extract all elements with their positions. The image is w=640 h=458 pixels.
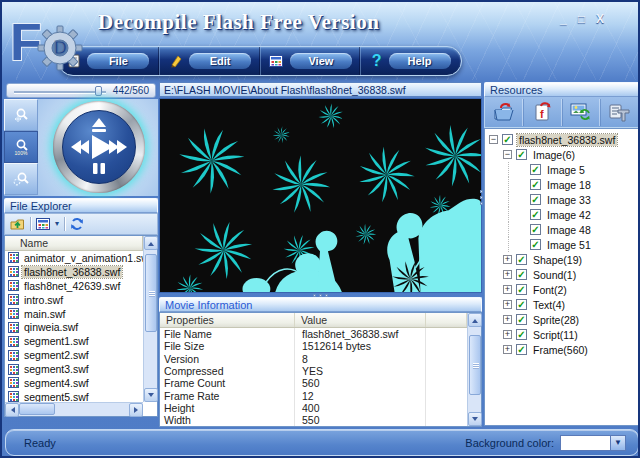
tree-label[interactable]: Image 51	[545, 239, 593, 251]
tree-item[interactable]: ✓Image 5	[485, 162, 639, 177]
zoom-actual-size-button[interactable]: 100%	[4, 131, 38, 163]
scroll-down-icon[interactable]	[144, 388, 158, 402]
file-row[interactable]: main.swf	[5, 307, 143, 321]
file-row[interactable]: segment4.swf	[5, 376, 143, 390]
zoom-drag-button[interactable]	[4, 99, 38, 131]
movie-info-vscrollbar[interactable]	[467, 313, 481, 426]
collapse-icon[interactable]: −	[489, 135, 498, 144]
file-row[interactable]: segment3.swf	[5, 362, 143, 376]
checkbox-checked-icon[interactable]: ✓	[530, 239, 541, 250]
checkbox-checked-icon[interactable]: ✓	[530, 224, 541, 235]
tree-item[interactable]: +✓Shape(19)	[485, 252, 639, 267]
file-list-vscrollbar[interactable]	[143, 236, 157, 402]
file-row[interactable]: segment1.swf	[5, 334, 143, 348]
tree-item[interactable]: +✓Frame(560)	[485, 342, 639, 357]
expand-icon[interactable]: +	[503, 330, 512, 339]
hscroll-thumb[interactable]	[19, 403, 55, 415]
tree-item[interactable]: +✓Text(4)	[485, 297, 639, 312]
tree-label[interactable]: Shape(19)	[531, 254, 584, 266]
menu-help[interactable]: ? Help	[360, 47, 461, 75]
tree-item[interactable]: +✓Font(2)	[485, 282, 639, 297]
combo-dropdown-icon[interactable]: ▼	[610, 436, 625, 450]
convert-image-button[interactable]	[562, 99, 601, 126]
background-color-combo[interactable]: ▼	[560, 435, 626, 451]
tree-item[interactable]: −✓flash8net_36838.swf	[485, 132, 639, 147]
minimize-button[interactable]: _	[560, 12, 567, 26]
tree-label[interactable]: Image 5	[545, 164, 587, 176]
tree-label[interactable]: Sound(1)	[531, 269, 578, 281]
column-properties[interactable]: Properties	[160, 313, 295, 327]
scroll-right-icon[interactable]	[129, 403, 143, 417]
tree-item[interactable]: ✓Image 33	[485, 192, 639, 207]
scroll-up-icon[interactable]	[144, 236, 158, 250]
file-list-column-header[interactable]: Name	[5, 236, 143, 251]
tree-label[interactable]: Image(6)	[531, 149, 577, 161]
tree-item[interactable]: −✓Image(6)	[485, 147, 639, 162]
file-row[interactable]: flash8net_42639.swf	[5, 279, 143, 293]
horizontal-splitter-handle[interactable]	[307, 293, 333, 297]
checkbox-checked-icon[interactable]: ✓	[530, 194, 541, 205]
refresh-icon[interactable]	[70, 217, 84, 231]
checkbox-checked-icon[interactable]: ✓	[516, 329, 527, 340]
vscroll-thumb[interactable]	[469, 335, 481, 395]
expand-icon[interactable]: +	[503, 345, 512, 354]
tree-item[interactable]: +✓Sprite(28)	[485, 312, 639, 327]
expand-icon[interactable]: +	[503, 270, 512, 279]
checkbox-checked-icon[interactable]: ✓	[530, 209, 541, 220]
view-mode-icon[interactable]	[36, 218, 50, 230]
file-row[interactable]: flash8net_36838.swf	[5, 265, 143, 279]
checkbox-checked-icon[interactable]: ✓	[516, 149, 527, 160]
tree-item[interactable]: ✓Image 48	[485, 222, 639, 237]
tree-item[interactable]: +✓Script(11)	[485, 327, 639, 342]
vertical-splitter-handle[interactable]	[479, 184, 483, 210]
movie-preview[interactable]	[159, 98, 482, 293]
export-resources-button[interactable]	[485, 99, 523, 126]
checkbox-checked-icon[interactable]: ✓	[516, 254, 527, 265]
slider-thumb[interactable]	[95, 86, 102, 96]
column-value[interactable]: Value	[295, 313, 426, 327]
file-row[interactable]: segment2.swf	[5, 348, 143, 362]
tree-label[interactable]: Frame(560)	[531, 344, 590, 356]
checkbox-checked-icon[interactable]: ✓	[516, 269, 527, 280]
tree-label[interactable]: Script(11)	[531, 329, 580, 341]
tree-item[interactable]: ✓Image 18	[485, 177, 639, 192]
scroll-down-icon[interactable]	[468, 412, 482, 426]
expand-icon[interactable]: +	[503, 315, 512, 324]
collapse-icon[interactable]: −	[503, 150, 512, 159]
extract-text-button[interactable]	[600, 99, 639, 126]
view-mode-caret-icon[interactable]: ▾	[55, 220, 59, 228]
checkbox-checked-icon[interactable]: ✓	[530, 179, 541, 190]
checkbox-checked-icon[interactable]: ✓	[516, 299, 527, 310]
tree-item[interactable]: ✓Image 51	[485, 237, 639, 252]
checkbox-checked-icon[interactable]: ✓	[530, 164, 541, 175]
tree-label[interactable]: Image 18	[545, 179, 593, 191]
export-flash-button[interactable]: f	[523, 99, 562, 126]
tree-label[interactable]: flash8net_36838.swf	[517, 134, 617, 146]
expand-icon[interactable]: +	[503, 255, 512, 264]
tree-item[interactable]: +✓Sound(1)	[485, 267, 639, 282]
tree-label[interactable]: Image 42	[545, 209, 593, 221]
tree-label[interactable]: Image 48	[545, 224, 593, 236]
checkbox-checked-icon[interactable]: ✓	[502, 134, 513, 145]
file-row[interactable]: qinweia.swf	[5, 320, 143, 334]
file-row[interactable]: segment5.swf	[5, 390, 143, 402]
zoom-fit-button[interactable]	[4, 163, 38, 195]
scroll-left-icon[interactable]	[5, 403, 19, 417]
menu-view[interactable]: View	[260, 47, 361, 75]
file-row[interactable]: animator_v_animation1.swf	[5, 251, 143, 265]
tree-label[interactable]: Image 33	[545, 194, 593, 206]
expand-icon[interactable]: +	[503, 285, 512, 294]
tree-item[interactable]: ✓Image 42	[485, 207, 639, 222]
scroll-up-icon[interactable]	[468, 313, 482, 327]
tree-label[interactable]: Font(2)	[531, 284, 569, 296]
menu-edit[interactable]: Edit	[159, 47, 260, 75]
checkbox-checked-icon[interactable]: ✓	[516, 344, 527, 355]
expand-icon[interactable]: +	[503, 300, 512, 309]
maximize-button[interactable]: □	[578, 12, 585, 26]
close-button[interactable]: X	[596, 12, 604, 26]
frame-slider[interactable]: 442/560	[6, 83, 156, 98]
tree-label[interactable]: Text(4)	[531, 299, 567, 311]
file-list-hscrollbar[interactable]	[5, 402, 143, 416]
tree-label[interactable]: Sprite(28)	[531, 314, 581, 326]
checkbox-checked-icon[interactable]: ✓	[516, 314, 527, 325]
